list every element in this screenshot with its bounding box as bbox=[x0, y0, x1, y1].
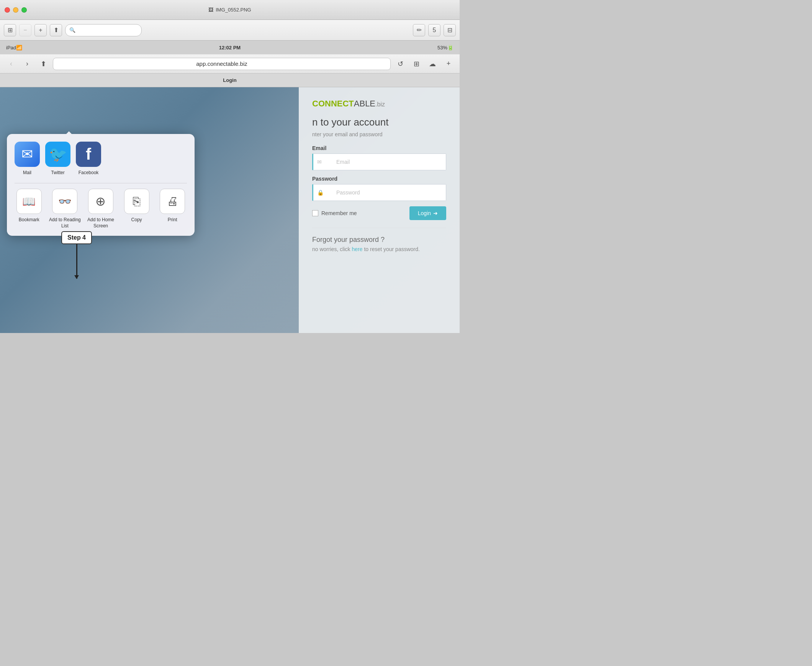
share-button[interactable]: ⬆ bbox=[37, 58, 50, 71]
login-card: CONNECTABLE.biz n to your account nter y… bbox=[299, 87, 460, 333]
facebook-app-icon: f bbox=[76, 142, 101, 167]
twitter-icon-symbol: 🐦 bbox=[49, 146, 67, 163]
brand-logo: CONNECTABLE.biz bbox=[312, 99, 446, 109]
icloud-button[interactable]: ☁ bbox=[426, 58, 439, 71]
window-title: 🖼 IMG_0552.PNG bbox=[208, 7, 251, 13]
login-btn-label: Login bbox=[418, 210, 431, 216]
step-annotation: Step 4 bbox=[61, 231, 92, 279]
search-icon: 🔍 bbox=[69, 27, 76, 33]
ipad-tab-bar: Login bbox=[0, 74, 460, 87]
website-background: CONNECTABLE.biz n to your account nter y… bbox=[0, 87, 460, 333]
password-input[interactable]: 🔒 Password bbox=[312, 184, 446, 201]
ipad-status-bar: iPad 📶 12:02 PM 53% 🔋 bbox=[0, 41, 460, 54]
mail-label: Mail bbox=[23, 170, 31, 175]
email-input[interactable]: ✉ Email bbox=[312, 153, 446, 170]
twitter-label: Twitter bbox=[51, 170, 64, 175]
wifi-icon: 📶 bbox=[16, 45, 22, 51]
maximize-button[interactable] bbox=[21, 7, 27, 13]
counter-button[interactable]: 5 bbox=[428, 24, 440, 36]
facebook-label: Facebook bbox=[79, 170, 99, 175]
remember-label: Remember me bbox=[321, 210, 357, 216]
address-bar-wrap: 🔍 bbox=[65, 24, 410, 36]
zoom-out-button[interactable]: − bbox=[19, 24, 31, 36]
login-title: n to your account bbox=[312, 116, 446, 128]
bookmark-icon: 📖 bbox=[17, 189, 42, 214]
action-home-screen[interactable]: ⊕ Add to Home Screen bbox=[84, 189, 117, 229]
print-icon: 🖨 bbox=[160, 189, 185, 214]
close-button[interactable] bbox=[5, 7, 10, 13]
home-screen-icon: ⊕ bbox=[88, 189, 113, 214]
twitter-app-icon: 🐦 bbox=[45, 142, 71, 167]
email-icon: ✉ bbox=[317, 159, 322, 165]
search-bar[interactable]: 🔍 bbox=[65, 24, 142, 36]
minimize-button[interactable] bbox=[13, 7, 18, 13]
reading-list-label: Add to Reading List bbox=[49, 217, 81, 229]
share-facebook[interactable]: f Facebook bbox=[76, 142, 101, 175]
email-placeholder: Email bbox=[327, 159, 350, 165]
copy-label: Copy bbox=[131, 217, 142, 223]
crop-button[interactable]: ⊟ bbox=[443, 24, 456, 36]
action-bookmark[interactable]: 📖 Bookmark bbox=[13, 189, 45, 229]
ipad-frame: iPad 📶 12:02 PM 53% 🔋 ‹ › ⬆ app.connecta… bbox=[0, 41, 460, 333]
login-arrow-icon: ➜ bbox=[433, 210, 438, 216]
forgot-section: Forgot your password ? no worries, click… bbox=[312, 228, 446, 252]
step-label: Step 4 bbox=[61, 231, 92, 244]
url-text: app.connectable.biz bbox=[196, 61, 247, 67]
brand-biz: .biz bbox=[375, 101, 385, 107]
file-icon: 🖼 bbox=[208, 7, 213, 13]
share-apps-row: ✉ Mail 🐦 Twitter f Facebook bbox=[13, 142, 189, 175]
action-reading-list[interactable]: 👓 Add to Reading List bbox=[49, 189, 81, 229]
battery-icon: 🔋 bbox=[447, 45, 453, 51]
print-label: Print bbox=[168, 217, 177, 223]
action-copy[interactable]: ⎘ Copy bbox=[121, 189, 153, 229]
view-toggle-button[interactable]: ⊞ bbox=[4, 24, 16, 36]
share-mail[interactable]: ✉ Mail bbox=[15, 142, 40, 175]
window-controls bbox=[5, 7, 27, 13]
share-twitter[interactable]: 🐦 Twitter bbox=[45, 142, 71, 175]
forward-button[interactable]: › bbox=[21, 58, 34, 71]
share-button[interactable]: ⬆ bbox=[50, 24, 62, 36]
mail-app-icon: ✉ bbox=[15, 142, 40, 167]
mail-icon-symbol: ✉ bbox=[21, 146, 33, 162]
home-screen-label: Add to Home Screen bbox=[84, 217, 117, 229]
brand-table: ABLE bbox=[354, 99, 375, 108]
forgot-title: Forgot your password ? bbox=[312, 236, 446, 244]
ipad-time: 12:02 PM bbox=[219, 45, 241, 51]
mac-toolbar: ⊞ − + ⬆ 🔍 ✏ 5 ⊟ bbox=[0, 20, 460, 41]
password-placeholder: Password bbox=[327, 190, 360, 196]
email-group: Email ✉ Email bbox=[312, 145, 446, 170]
ipad-nav-bar: ‹ › ⬆ app.connectable.biz ↺ ⊞ ☁ + bbox=[0, 54, 460, 74]
tab-title: Login bbox=[223, 77, 236, 83]
remember-me: Remember me bbox=[312, 210, 357, 216]
lock-icon: 🔒 bbox=[317, 190, 324, 196]
login-title-partial: n to your account bbox=[312, 116, 389, 128]
reload-button[interactable]: ↺ bbox=[394, 58, 407, 71]
remember-checkbox[interactable] bbox=[312, 210, 318, 216]
back-button[interactable]: ‹ bbox=[5, 58, 18, 71]
facebook-icon-symbol: f bbox=[86, 145, 91, 163]
login-subtitle: nter your email and password bbox=[312, 131, 446, 137]
mac-titlebar: 🖼 IMG_0552.PNG bbox=[0, 0, 460, 20]
annotation-arrow-line bbox=[76, 244, 78, 279]
tabs-button[interactable]: ⊞ bbox=[410, 58, 423, 71]
new-tab-button[interactable]: + bbox=[442, 58, 455, 71]
annotate-button[interactable]: ✏ bbox=[413, 24, 425, 36]
battery-status: 53% bbox=[437, 45, 447, 51]
login-button[interactable]: Login ➜ bbox=[409, 206, 446, 220]
reading-list-icon: 👓 bbox=[52, 189, 78, 214]
login-actions: Remember me Login ➜ bbox=[312, 206, 446, 220]
copy-icon: ⎘ bbox=[124, 189, 149, 214]
password-label: Password bbox=[312, 176, 446, 182]
share-actions-row: 📖 Bookmark 👓 Add to Reading List ⊕ Add t… bbox=[13, 189, 189, 229]
ipad-device-label: iPad bbox=[6, 45, 16, 51]
zoom-in-button[interactable]: + bbox=[35, 24, 47, 36]
email-label: Email bbox=[312, 145, 446, 151]
action-print[interactable]: 🖨 Print bbox=[156, 189, 189, 229]
share-divider bbox=[15, 183, 187, 183]
password-group: Password 🔒 Password bbox=[312, 176, 446, 201]
bookmark-label: Bookmark bbox=[19, 217, 40, 223]
forgot-text: no worries, click here to reset your pas… bbox=[312, 246, 446, 252]
address-bar[interactable]: app.connectable.biz bbox=[53, 58, 391, 70]
share-sheet: ✉ Mail 🐦 Twitter f Facebook bbox=[7, 134, 195, 236]
forgot-link[interactable]: here bbox=[352, 246, 362, 252]
